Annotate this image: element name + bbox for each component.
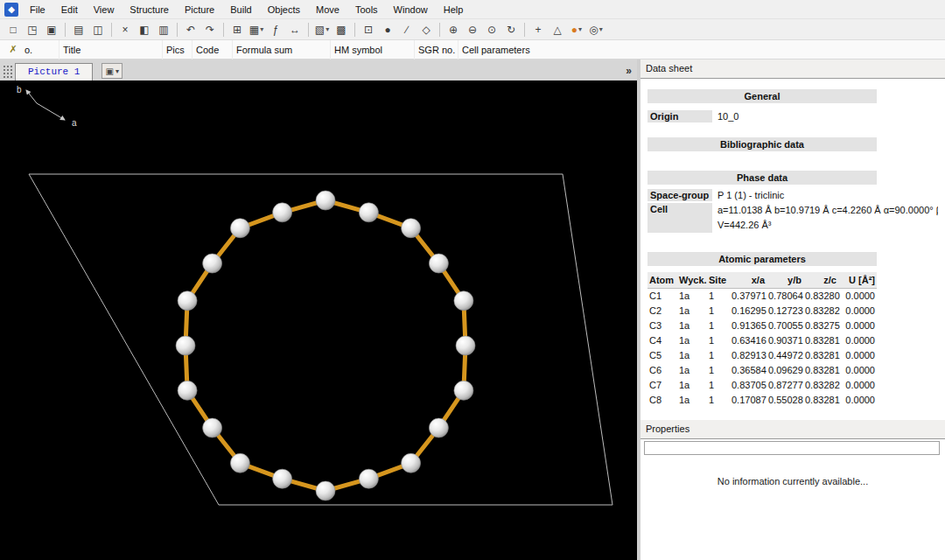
new-document-icon[interactable]: □: [4, 21, 22, 38]
atom[interactable]: [273, 203, 292, 222]
atom[interactable]: [316, 481, 335, 500]
column-title[interactable]: Title: [60, 40, 163, 60]
collapse-panel-button[interactable]: »: [626, 65, 632, 77]
print-icon[interactable]: ▤: [70, 21, 88, 38]
rotate-icon[interactable]: ↻: [502, 21, 520, 38]
build-icon[interactable]: ⊡: [360, 21, 377, 38]
atom[interactable]: [176, 336, 195, 355]
table-row[interactable]: C71a10.837050.872770.832820.0000: [648, 377, 877, 392]
new-picture-icon[interactable]: ▧▾: [313, 21, 331, 38]
menu-file[interactable]: File: [22, 0, 53, 19]
atom[interactable]: [273, 469, 292, 488]
data-table-icon[interactable]: ⊞: [228, 21, 246, 38]
column-sgr-no[interactable]: SGR no.: [415, 40, 458, 60]
structure-canvas[interactable]: b a: [0, 80, 637, 560]
polyhedra-icon[interactable]: ◇: [417, 21, 435, 38]
settings-icon[interactable]: ◎▾: [587, 21, 605, 38]
column-formula-sum[interactable]: Formula sum: [233, 40, 331, 60]
layout-icon[interactable]: ▩: [332, 21, 350, 38]
atom[interactable]: [359, 203, 378, 222]
menu-window[interactable]: Window: [386, 0, 436, 19]
chevron-down-icon[interactable]: ▾: [599, 25, 603, 33]
column-pics[interactable]: Pics: [163, 40, 192, 60]
table-row[interactable]: C31a10.913650.700550.832750.0000: [648, 318, 877, 332]
chevron-down-icon[interactable]: ▾: [260, 25, 263, 33]
add-atoms-icon[interactable]: ●: [379, 21, 396, 38]
table-row[interactable]: C21a10.162950.127230.832820.0000: [648, 303, 877, 318]
fit-view-icon[interactable]: ⊙: [483, 21, 500, 38]
add-bonds-icon[interactable]: ∕: [398, 21, 416, 38]
chevron-down-icon[interactable]: ▾: [326, 25, 329, 33]
atom[interactable]: [454, 381, 473, 400]
properties-input[interactable]: [644, 441, 940, 455]
atom[interactable]: [429, 418, 448, 438]
paste-icon[interactable]: ▥: [155, 21, 172, 38]
atom[interactable]: [316, 191, 335, 210]
delete-icon[interactable]: ✗: [5, 44, 21, 55]
menu-view[interactable]: View: [86, 0, 122, 19]
toolbar-separator: [524, 23, 525, 37]
new-picture-window-button[interactable]: ▣ ▾: [102, 63, 122, 79]
atom[interactable]: [429, 254, 448, 273]
atom[interactable]: [178, 291, 197, 311]
header-wyck[interactable]: Wyck.: [677, 272, 707, 288]
atom[interactable]: [230, 219, 249, 238]
menu-move[interactable]: Move: [308, 0, 347, 19]
menu-build[interactable]: Build: [222, 0, 259, 19]
atom[interactable]: [402, 219, 421, 238]
table-row[interactable]: C41a10.634160.903710.832810.0000: [648, 332, 877, 347]
redo-icon[interactable]: ↷: [201, 21, 219, 38]
table-row[interactable]: C81a10.170870.550280.832810.0000: [648, 392, 877, 407]
open-document-icon[interactable]: ◳: [24, 21, 41, 38]
undo-icon[interactable]: ↶: [182, 21, 200, 38]
chevron-down-icon[interactable]: ▾: [578, 25, 582, 33]
formula-glyph: ƒ: [273, 22, 279, 38]
atom[interactable]: [203, 418, 222, 438]
render-options-icon[interactable]: ●▾: [568, 21, 585, 38]
atom[interactable]: [402, 453, 421, 472]
atom[interactable]: [230, 453, 249, 472]
print-preview-icon[interactable]: ◫: [89, 21, 107, 38]
save-icon[interactable]: ▣: [43, 21, 60, 38]
formula-icon[interactable]: ƒ: [267, 21, 284, 38]
header-u[interactable]: U [Å²]: [838, 272, 877, 288]
menu-tools[interactable]: Tools: [347, 0, 386, 19]
zoom-out-icon[interactable]: ⊖: [464, 21, 481, 38]
atom[interactable]: [359, 469, 378, 488]
header-site[interactable]: Site: [707, 272, 730, 288]
header-atom[interactable]: Atom: [648, 272, 677, 288]
atom[interactable]: [454, 291, 473, 311]
cell-zc: 0.83281: [803, 362, 838, 377]
menu-objects[interactable]: Objects: [260, 0, 308, 19]
column-hm-symbol[interactable]: HM symbol: [331, 40, 415, 60]
drag-handle[interactable]: [2, 64, 12, 78]
copy-icon[interactable]: ◧: [136, 21, 153, 38]
structure-viewport[interactable]: b a: [0, 80, 637, 560]
move-mode-icon[interactable]: +: [529, 21, 547, 38]
menu-picture[interactable]: Picture: [177, 0, 222, 19]
menu-help[interactable]: Help: [436, 0, 472, 19]
column-no[interactable]: o.: [21, 40, 60, 60]
menu-structure[interactable]: Structure: [122, 0, 177, 19]
column-cell-parameters[interactable]: Cell parameters: [458, 40, 590, 60]
header-yb[interactable]: y/b: [766, 272, 803, 288]
column-code[interactable]: Code: [192, 40, 233, 60]
zoom-in-icon[interactable]: ⊕: [444, 21, 462, 38]
header-zc[interactable]: z/c: [803, 272, 838, 288]
cut-icon[interactable]: ×: [116, 21, 134, 38]
tab-picture-1[interactable]: Picture 1: [15, 63, 93, 80]
perspective-icon[interactable]: △: [549, 21, 566, 38]
table-row[interactable]: C11a10.379710.780640.832800.0000: [648, 288, 877, 303]
origin-row: Origin 10_0: [648, 110, 938, 122]
distances-icon[interactable]: ↔: [286, 21, 304, 38]
data-sheet-icon[interactable]: ▦▾: [248, 21, 265, 38]
atom[interactable]: [178, 381, 197, 400]
atom[interactable]: [456, 336, 475, 355]
menu-edit[interactable]: Edit: [53, 0, 86, 19]
header-xa[interactable]: x/a: [730, 272, 766, 288]
cell-atom: C6: [648, 362, 677, 377]
toolbar-separator: [177, 23, 178, 37]
table-row[interactable]: C61a10.365840.096290.832810.0000: [648, 362, 877, 377]
table-row[interactable]: C51a10.829130.449720.832810.0000: [648, 347, 877, 362]
atom[interactable]: [203, 254, 222, 273]
